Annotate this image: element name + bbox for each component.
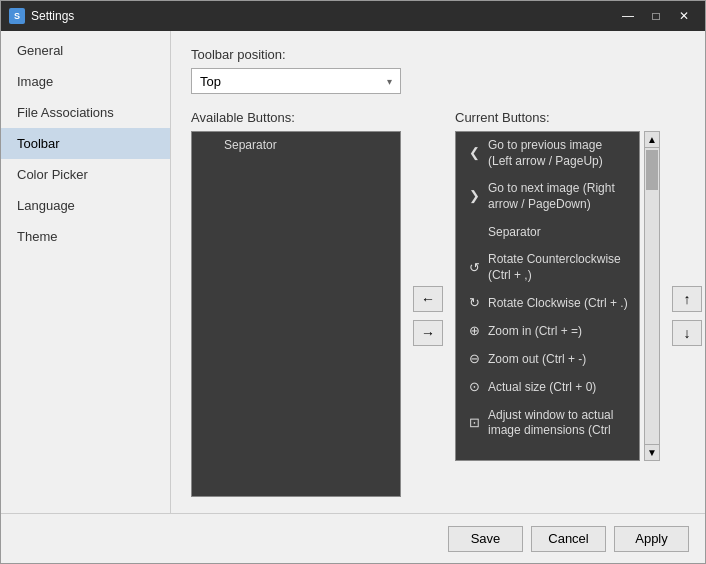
middle-controls: ← → — [413, 110, 443, 497]
list-item[interactable]: ❯ Go to next image (Right arrow / PageDo… — [456, 175, 639, 218]
current-item-label-6: Zoom out (Ctrl + -) — [488, 352, 586, 368]
list-item[interactable]: ⊕ Zoom in (Ctrl + =) — [456, 318, 639, 346]
scroll-down-button[interactable]: ▼ — [645, 444, 659, 460]
button-columns: Available Buttons: Separator ← → Curr — [191, 110, 685, 497]
adjust-window-icon: ⊡ — [466, 415, 482, 431]
current-list-container: ❮ Go to previous image (Left arrow / Pag… — [455, 131, 660, 461]
move-up-button[interactable]: ↑ — [672, 286, 702, 312]
list-item[interactable]: Separator — [192, 132, 400, 160]
chevron-down-icon: ▾ — [387, 76, 392, 87]
apply-button[interactable]: Apply — [614, 526, 689, 552]
right-controls: ↑ ↓ — [672, 110, 702, 497]
zoom-out-icon: ⊖ — [466, 352, 482, 368]
current-item-label-1: Go to next image (Right arrow / PageDown… — [488, 181, 629, 212]
maximize-button[interactable]: □ — [643, 6, 669, 26]
zoom-in-icon: ⊕ — [466, 324, 482, 340]
minimize-button[interactable]: — — [615, 6, 641, 26]
move-left-button[interactable]: ← — [413, 286, 443, 312]
settings-window: S Settings — □ ✕ General Image File Asso… — [0, 0, 706, 564]
sidebar: General Image File Associations Toolbar … — [1, 31, 171, 513]
separator-icon2 — [466, 224, 482, 240]
current-item-label-5: Zoom in (Ctrl + =) — [488, 324, 582, 340]
title-bar: S Settings — □ ✕ — [1, 1, 705, 31]
list-item[interactable]: ↻ Rotate Clockwise (Ctrl + .) — [456, 290, 639, 318]
move-down-button[interactable]: ↓ — [672, 320, 702, 346]
current-buttons-list[interactable]: ❮ Go to previous image (Left arrow / Pag… — [455, 131, 640, 461]
current-buttons-label: Current Buttons: — [455, 110, 660, 125]
list-item[interactable]: ↺ Rotate Counterclockwise (Ctrl + ,) — [456, 246, 639, 289]
prev-icon: ❮ — [466, 146, 482, 162]
dropdown-value: Top — [200, 74, 387, 89]
main-panel: Toolbar position: Top ▾ Available Button… — [171, 31, 705, 513]
sidebar-item-image[interactable]: Image — [1, 66, 170, 97]
list-item[interactable]: ⊡ Adjust window to actual image dimensio… — [456, 402, 639, 445]
separator-icon — [202, 138, 218, 154]
sidebar-item-file-associations[interactable]: File Associations — [1, 97, 170, 128]
app-icon: S — [9, 8, 25, 24]
current-item-label-3: Rotate Counterclockwise (Ctrl + ,) — [488, 252, 629, 283]
current-list-scrollbar[interactable]: ▲ ▼ — [644, 131, 660, 461]
list-item[interactable]: ❮ Go to previous image (Left arrow / Pag… — [456, 132, 639, 175]
current-buttons-column: Current Buttons: ❮ Go to previous image … — [455, 110, 660, 497]
save-button[interactable]: Save — [448, 526, 523, 552]
sidebar-item-theme[interactable]: Theme — [1, 221, 170, 252]
title-bar-buttons: — □ ✕ — [615, 6, 697, 26]
list-item[interactable]: ⊖ Zoom out (Ctrl + -) — [456, 346, 639, 374]
sidebar-item-toolbar[interactable]: Toolbar — [1, 128, 170, 159]
content-area: General Image File Associations Toolbar … — [1, 31, 705, 513]
toolbar-position-label: Toolbar position: — [191, 47, 685, 62]
current-item-label-8: Adjust window to actual image dimensions… — [488, 408, 629, 439]
cancel-button[interactable]: Cancel — [531, 526, 606, 552]
move-right-button[interactable]: → — [413, 320, 443, 346]
current-item-label-2: Separator — [488, 225, 541, 241]
rotate-ccw-icon: ↺ — [466, 260, 482, 276]
current-item-label-0: Go to previous image (Left arrow / PageU… — [488, 138, 629, 169]
sidebar-item-language[interactable]: Language — [1, 190, 170, 221]
scroll-up-button[interactable]: ▲ — [645, 132, 659, 148]
sidebar-item-general[interactable]: General — [1, 35, 170, 66]
available-buttons-list[interactable]: Separator — [191, 131, 401, 497]
scroll-thumb[interactable] — [646, 150, 658, 190]
list-item[interactable]: ⊙ Actual size (Ctrl + 0) — [456, 374, 639, 402]
current-item-label-7: Actual size (Ctrl + 0) — [488, 380, 596, 396]
footer: Save Cancel Apply — [1, 513, 705, 563]
window-title: Settings — [31, 9, 615, 23]
current-item-label-4: Rotate Clockwise (Ctrl + .) — [488, 296, 628, 312]
actual-size-icon: ⊙ — [466, 380, 482, 396]
available-buttons-column: Available Buttons: Separator — [191, 110, 401, 497]
sidebar-item-color-picker[interactable]: Color Picker — [1, 159, 170, 190]
list-item[interactable]: Separator — [456, 218, 639, 246]
available-item-label: Separator — [224, 138, 277, 154]
rotate-cw-icon: ↻ — [466, 296, 482, 312]
next-icon: ❯ — [466, 189, 482, 205]
close-button[interactable]: ✕ — [671, 6, 697, 26]
toolbar-position-dropdown[interactable]: Top ▾ — [191, 68, 401, 94]
available-buttons-label: Available Buttons: — [191, 110, 401, 125]
